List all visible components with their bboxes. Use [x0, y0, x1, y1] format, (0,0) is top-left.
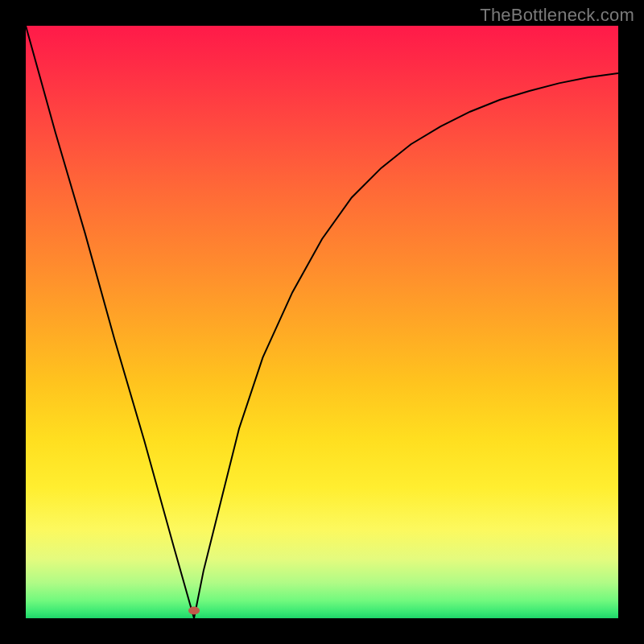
- plot-area: [26, 26, 618, 618]
- watermark-text: TheBottleneck.com: [480, 5, 634, 26]
- minimum-marker: [188, 606, 200, 614]
- bottleneck-curve: [26, 26, 618, 618]
- chart-frame: TheBottleneck.com: [0, 0, 644, 644]
- curve-svg: [26, 26, 618, 618]
